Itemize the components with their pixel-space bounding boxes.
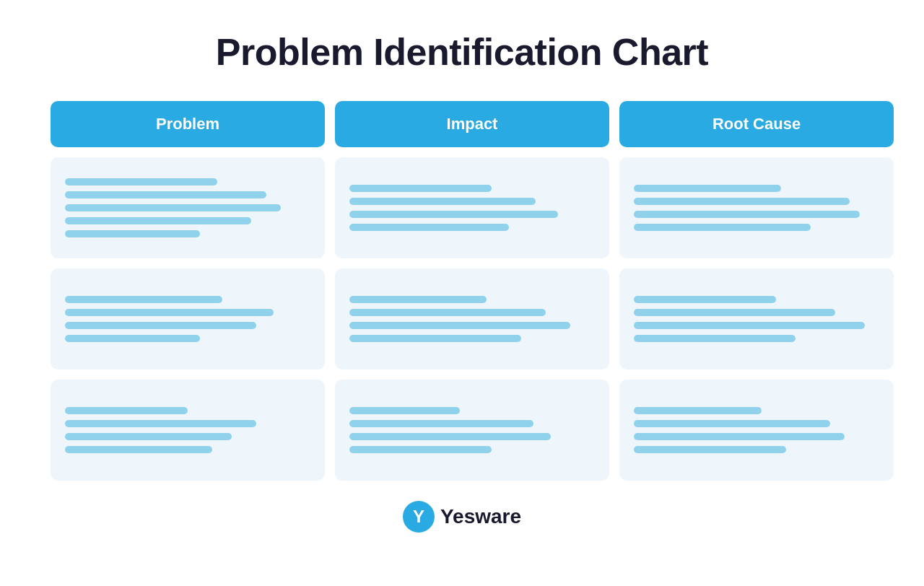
text-line	[65, 433, 232, 440]
text-line	[65, 446, 212, 453]
header-root-cause: Root Cause	[619, 101, 894, 147]
text-line	[634, 446, 786, 453]
text-line	[65, 420, 256, 427]
text-line	[634, 296, 776, 303]
text-line	[65, 296, 222, 303]
text-line	[65, 178, 217, 185]
brand-logo: Y Yesware	[403, 501, 521, 533]
page-title: Problem Identification Chart	[216, 30, 708, 74]
text-line	[349, 446, 492, 453]
text-line	[349, 296, 487, 303]
header-impact: Impact	[335, 101, 609, 147]
chart-container: Problem Impact Root Cause	[0, 101, 924, 481]
cell-r3c2	[335, 380, 609, 481]
text-line	[65, 322, 256, 329]
text-line	[349, 309, 546, 316]
text-line	[634, 420, 830, 427]
cell-r1c2	[335, 157, 609, 258]
text-line	[65, 335, 200, 342]
text-line	[634, 309, 835, 316]
text-line	[634, 433, 845, 440]
text-line	[634, 211, 860, 218]
text-line	[65, 230, 200, 237]
text-line	[65, 309, 274, 316]
text-line	[65, 217, 251, 224]
text-line	[634, 224, 811, 231]
cell-r2c3	[619, 268, 894, 369]
text-line	[349, 433, 551, 440]
text-line	[349, 407, 460, 414]
text-line	[349, 185, 492, 192]
cell-r2c1	[51, 268, 325, 369]
text-line	[634, 407, 762, 414]
text-line	[349, 224, 509, 231]
cell-r1c1	[51, 157, 325, 258]
text-line	[349, 335, 521, 342]
footer: Y Yesware	[403, 501, 521, 533]
text-line	[634, 335, 796, 342]
cell-r3c1	[51, 380, 325, 481]
svg-text:Y: Y	[413, 507, 424, 526]
text-line	[349, 211, 558, 218]
text-line	[634, 185, 781, 192]
header-problem: Problem	[51, 101, 325, 147]
yesware-icon: Y	[403, 501, 435, 533]
text-line	[634, 198, 850, 205]
text-line	[65, 407, 188, 414]
text-line	[349, 198, 536, 205]
brand-name: Yesware	[440, 505, 521, 528]
text-line	[65, 191, 266, 198]
cell-r3c3	[619, 380, 894, 481]
cell-r1c3	[619, 157, 894, 258]
cell-r2c2	[335, 268, 609, 369]
text-line	[634, 322, 865, 329]
text-line	[349, 322, 570, 329]
text-line	[65, 204, 281, 211]
text-line	[349, 420, 533, 427]
